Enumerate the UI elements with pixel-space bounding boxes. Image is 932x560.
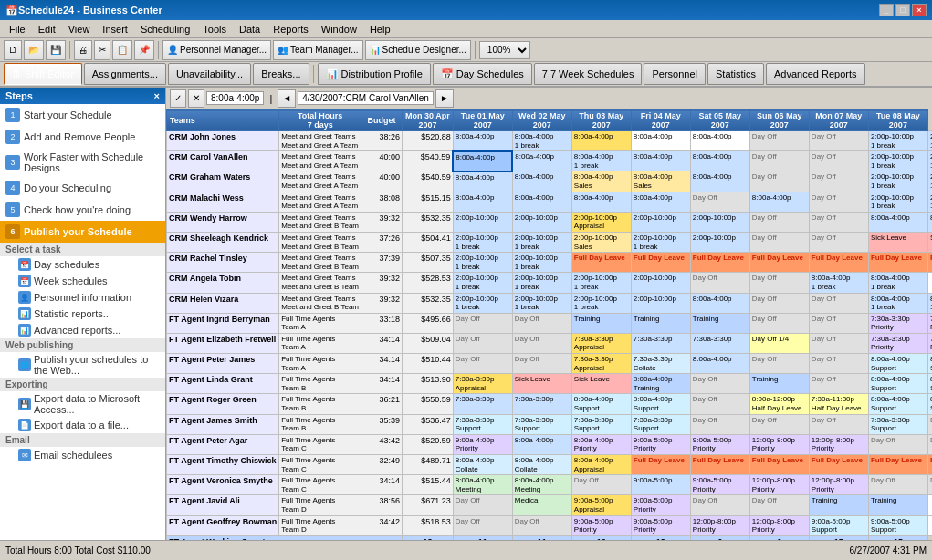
- schedule-cell[interactable]: 8:00a-4:00p: [690, 151, 749, 171]
- schedule-cell[interactable]: Full Day Leave: [631, 253, 690, 273]
- schedule-cell[interactable]: 7:30a-3:30pPriority: [927, 313, 932, 333]
- schedule-cell[interactable]: 8:00a-4:00p: [631, 192, 690, 212]
- schedule-cell[interactable]: 8:00a-4:00pSupport: [868, 354, 927, 374]
- schedule-cell[interactable]: 8:00a-4:00p: [631, 131, 690, 151]
- schedule-cell[interactable]: 2:00p-10:00p: [631, 212, 690, 232]
- schedule-cell[interactable]: 8:00a-4:00pSales: [631, 171, 690, 192]
- schedule-cell[interactable]: 9:00a-5:00pPriority: [631, 515, 690, 535]
- schedule-cell[interactable]: 2:00p-10:00p1 break: [631, 232, 690, 252]
- schedule-cell[interactable]: Full Day Leave: [809, 455, 868, 475]
- schedule-cell[interactable]: Day Off: [690, 192, 749, 212]
- schedule-cell[interactable]: Day Off: [809, 293, 868, 313]
- schedule-cell[interactable]: Training: [690, 313, 749, 333]
- schedule-cell[interactable]: 2:00p-10:00p1 break: [868, 192, 927, 212]
- schedule-cell[interactable]: 9:00a-5:00pPriority: [690, 434, 749, 454]
- schedule-cell[interactable]: 8:00a-4:00p: [571, 192, 631, 212]
- schedule-cell[interactable]: 8:00a-4:00p: [512, 434, 571, 454]
- schedule-cell[interactable]: 8:00a-4:00pSupport: [927, 374, 932, 394]
- schedule-cell[interactable]: Sick Leave: [512, 374, 571, 394]
- schedule-cell[interactable]: Day Off: [809, 414, 868, 434]
- schedule-cell[interactable]: Day Off: [809, 354, 868, 374]
- schedule-cell[interactable]: 2:00p-10:00p1 break: [868, 171, 927, 192]
- schedule-cell[interactable]: Day Off: [749, 151, 809, 171]
- menu-reports[interactable]: Reports: [267, 23, 314, 36]
- schedule-cell[interactable]: 2:00p-10:00p1 break: [571, 293, 631, 313]
- copy-button[interactable]: 📋: [112, 40, 132, 60]
- schedule-cell[interactable]: 8:00a-4:00pSupport: [927, 394, 932, 414]
- schedule-cell[interactable]: Day Off: [749, 354, 809, 374]
- schedule-cell[interactable]: 8:00a-4:00pSupport: [868, 374, 927, 394]
- schedule-cell[interactable]: 2:00p-10:00p1 break: [868, 131, 927, 151]
- schedule-cell[interactable]: [927, 273, 932, 293]
- schedule-cell[interactable]: Day Off: [453, 333, 512, 353]
- schedule-cell[interactable]: 7:30a-3:30pAppraisal: [571, 354, 631, 374]
- personnel-manager-button[interactable]: 👤 Personnel Manager...: [162, 40, 271, 60]
- schedule-cell[interactable]: Day Off: [512, 515, 571, 535]
- schedule-cell[interactable]: 7:30a-3:30p: [631, 333, 690, 353]
- employee-name[interactable]: FT Agent Javid Ali: [167, 495, 279, 515]
- schedule-cell[interactable]: 12:00p-8:00pPriority: [809, 434, 868, 454]
- next-date-button[interactable]: ►: [435, 89, 454, 108]
- sidebar-task-export-file[interactable]: 📄 Export data to a file...: [0, 417, 165, 433]
- schedule-cell[interactable]: 8:00a-4:00p: [927, 212, 932, 232]
- schedule-cell[interactable]: Day Off: [927, 434, 932, 454]
- unavailability-tab[interactable]: Unavailability...: [168, 63, 251, 85]
- schedule-cell[interactable]: 7:30a-3:30pPriority: [868, 333, 927, 353]
- save-button[interactable]: 💾: [46, 40, 66, 60]
- sidebar-task-personnel[interactable]: 👤 Personnel information: [0, 289, 165, 306]
- employee-name[interactable]: FT Agent James Smith: [167, 414, 279, 434]
- employee-name[interactable]: FT Agent Roger Green: [167, 394, 279, 414]
- schedule-cell[interactable]: 2:00p-10:00p1 break: [571, 273, 631, 293]
- employee-name[interactable]: FT Agent Timothy Chiswick: [167, 455, 279, 475]
- sidebar-task-statistics[interactable]: 📊 Statistic reports...: [0, 306, 165, 322]
- schedule-cell[interactable]: Day Off 1/4: [749, 333, 809, 353]
- schedule-cell[interactable]: 8:00a-4:00pCollate: [512, 455, 571, 475]
- schedule-cell[interactable]: 2:00p-10:00p: [690, 232, 749, 252]
- sidebar-item-step1[interactable]: 1 Start your Schedule: [0, 104, 165, 126]
- schedule-cell[interactable]: 8:00a-4:00pSupport: [927, 354, 932, 374]
- schedule-cell[interactable]: 7:30a-3:30pCollate: [631, 354, 690, 374]
- schedule-cell[interactable]: Day Off: [453, 515, 512, 535]
- employee-name[interactable]: FT Agent Elizabeth Fretwell: [167, 333, 279, 353]
- sidebar-item-step3[interactable]: 3 Work Faster with Schedule Designs: [0, 148, 165, 177]
- employee-name[interactable]: FT Agent Veronica Smythe: [167, 475, 279, 495]
- schedule-cell[interactable]: 8:00a-4:00p: [453, 192, 512, 212]
- schedule-cell[interactable]: 8:00a-4:00p: [453, 151, 512, 171]
- schedule-cell[interactable]: 2:00p-10:00p: [453, 212, 512, 232]
- schedule-designer-button[interactable]: 📊 Schedule Designer...: [365, 40, 471, 60]
- schedule-cell[interactable]: 8:00a-4:00p1 break: [809, 273, 868, 293]
- schedule-cell[interactable]: Day Off: [809, 374, 868, 394]
- menu-help[interactable]: Help: [364, 23, 396, 36]
- open-button[interactable]: 📂: [24, 40, 44, 60]
- schedule-cell[interactable]: 8:00a-4:00pTraining: [631, 374, 690, 394]
- schedule-cell[interactable]: 9:00a-5:00pPriority: [631, 495, 690, 515]
- schedule-cell[interactable]: 2:00p-10:00p1 break: [512, 253, 571, 273]
- schedule-cell[interactable]: 7:30a-3:30pAppraisal: [571, 333, 631, 353]
- nav-x-button[interactable]: ✕: [188, 89, 204, 108]
- minimize-button[interactable]: _: [879, 4, 894, 16]
- schedule-cell[interactable]: 8:00a-4:00p1 break: [868, 273, 927, 293]
- schedule-cell[interactable]: 8:00a-4:00p: [571, 131, 631, 151]
- schedule-cell[interactable]: Day Off: [690, 394, 749, 414]
- schedule-cell[interactable]: 2:00p-10:00p1 break: [512, 232, 571, 252]
- schedule-cell[interactable]: 8:00a-4:00p: [512, 171, 571, 192]
- nav-check-button[interactable]: ✓: [170, 89, 186, 108]
- schedule-grid[interactable]: Teams Total Hours7 days Budget Mon 30 Ap…: [166, 109, 932, 540]
- menu-data[interactable]: Data: [234, 23, 266, 36]
- schedule-cell[interactable]: 8:00a-4:00p1 break: [927, 293, 932, 313]
- schedule-cell[interactable]: Day Off: [749, 171, 809, 192]
- schedule-cell[interactable]: 2:00p-10:00p1 break: [453, 253, 512, 273]
- sidebar-item-step6[interactable]: 6 Publish your Schedule: [0, 221, 165, 243]
- schedule-cell[interactable]: Day Off: [749, 131, 809, 151]
- schedule-cell[interactable]: Day Off: [809, 151, 868, 171]
- schedule-cell[interactable]: 8:00a-4:00p: [512, 151, 571, 171]
- employee-name[interactable]: FT Agent Peter Agar: [167, 434, 279, 454]
- schedule-cell[interactable]: Day Off: [453, 354, 512, 374]
- schedule-cell[interactable]: 8:00a-4:00pPriority: [571, 434, 631, 454]
- schedule-cell[interactable]: 8:00a-4:00p: [690, 293, 749, 313]
- schedule-cell[interactable]: 8:00a-4:00p1 break: [512, 131, 571, 151]
- sidebar-item-step2[interactable]: 2 Add and Remove People: [0, 126, 165, 148]
- schedule-cell[interactable]: 7:30a-3:30pSupport: [453, 414, 512, 434]
- schedule-cell[interactable]: Day Off: [453, 495, 512, 515]
- schedule-cell[interactable]: 7:30a-11:30pHalf Day Leave: [809, 394, 868, 414]
